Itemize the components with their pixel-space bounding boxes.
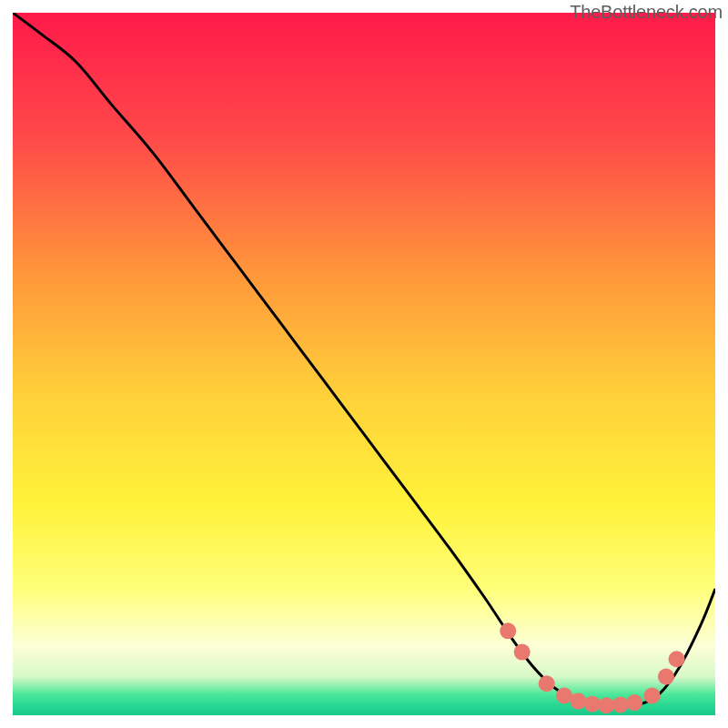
- data-marker: [626, 694, 642, 711]
- watermark-text: TheBottleneck.com: [570, 2, 723, 23]
- data-marker: [644, 687, 661, 703]
- data-marker: [658, 669, 674, 685]
- data-marker: [669, 651, 685, 667]
- data-marker: [612, 696, 629, 713]
- data-marker: [514, 644, 531, 661]
- data-marker: [598, 697, 614, 713]
- data-marker: [570, 693, 586, 710]
- data-marker: [539, 675, 555, 692]
- curve-layer: [13, 13, 715, 715]
- chart-container: TheBottleneck.com: [0, 0, 728, 728]
- data-marker: [500, 622, 516, 639]
- markers-group: [500, 622, 684, 713]
- bottleneck-curve: [13, 13, 715, 707]
- data-marker: [584, 696, 601, 713]
- plot-area: [13, 13, 715, 715]
- data-marker: [556, 687, 572, 703]
